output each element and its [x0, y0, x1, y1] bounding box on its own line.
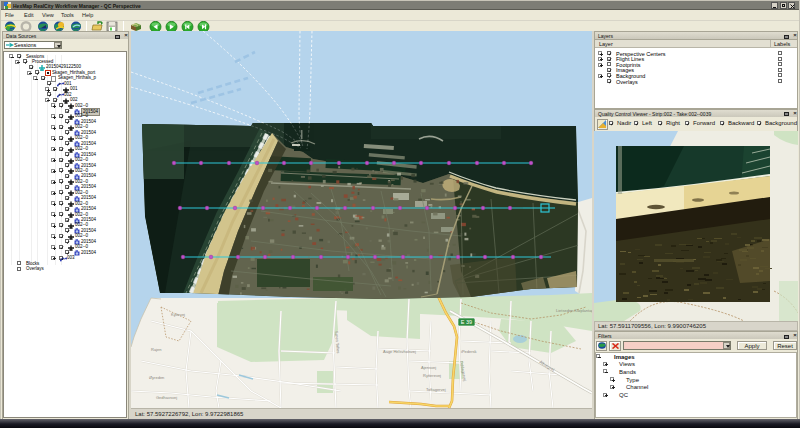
svg-text:Rajen: Rajen — [151, 347, 161, 352]
svg-text:Gedhavsvej: Gedhavsvej — [156, 395, 177, 400]
svg-text:E 39: E 39 — [461, 319, 472, 325]
svg-text:Kyltevej: Kyltevej — [171, 312, 185, 317]
svg-text:Rytterevej: Rytterevej — [423, 373, 441, 378]
svg-text:Lietseden Kløplantage: Lietseden Kløplantage — [556, 308, 592, 313]
svg-text:Øyreden: Øyreden — [149, 375, 164, 380]
svg-text:Toftagervej: Toftagervej — [426, 387, 446, 392]
svg-text:Ajensvej: Ajensvej — [421, 365, 436, 370]
svg-text:iPedersk: iPedersk — [461, 349, 477, 354]
svg-text:Aage Helsvholsvej: Aage Helsvholsvej — [383, 349, 416, 354]
